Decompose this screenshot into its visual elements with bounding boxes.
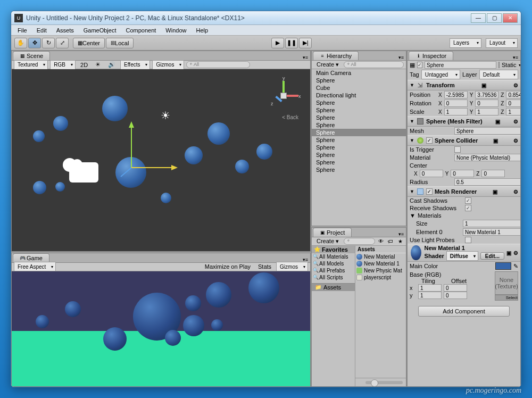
hand-tool[interactable]: ✋ — [14, 38, 27, 48]
hierarchy-list[interactable]: Main CameraSphereCubeDirectional lightSp… — [312, 69, 406, 226]
maximize-on-play-toggle[interactable]: Maximize on Play — [202, 263, 253, 270]
scene-sphere[interactable] — [185, 146, 203, 164]
hierarchy-item[interactable]: Cube — [312, 84, 406, 92]
hierarchy-tab[interactable]: ≡Hierarchy — [313, 51, 359, 60]
game-gizmos-dropdown[interactable]: Gizmos — [276, 262, 308, 271]
fold-icon[interactable]: ▼ — [410, 189, 414, 194]
scene-camera-icon[interactable] — [69, 162, 98, 183]
rot-z-input[interactable] — [506, 100, 520, 107]
project-search[interactable]: ᵠ — [344, 238, 375, 245]
hierarchy-item[interactable]: Sphere — [312, 144, 406, 151]
main-color-swatch[interactable] — [495, 262, 511, 270]
hierarchy-search[interactable]: ᵠ All — [344, 61, 404, 68]
hierarchy-item[interactable]: Sphere — [312, 121, 406, 129]
fold-icon[interactable]: ▼ — [410, 82, 414, 88]
favorite-item[interactable]: All Scripts — [312, 274, 355, 281]
is-trigger-checkbox[interactable] — [454, 146, 461, 153]
hierarchy-item[interactable]: Sphere — [312, 136, 406, 144]
asset-item[interactable]: New Material 1 — [355, 260, 406, 267]
fold-icon[interactable]: ▼ — [410, 138, 414, 143]
effects-dropdown[interactable]: Effects — [120, 60, 150, 70]
pivot-center-button[interactable]: ▦ Center — [73, 38, 105, 48]
pivot-local-button[interactable]: ⊞ Local — [106, 38, 134, 48]
layers-dropdown[interactable]: Layers — [450, 38, 481, 48]
rot-x-input[interactable] — [444, 100, 468, 107]
menu-file[interactable]: File — [13, 26, 31, 35]
pos-z-input[interactable] — [506, 91, 520, 98]
layer-dropdown[interactable]: Default — [479, 70, 518, 79]
component-gear-icon[interactable]: ⚙ — [513, 82, 518, 88]
shader-dropdown[interactable]: Diffuse — [446, 251, 478, 261]
hierarchy-item[interactable]: Sphere — [312, 151, 406, 159]
material-header[interactable]: New Material 1 Shader Diffuse Edit... ▣ … — [408, 244, 520, 262]
scale-z-input[interactable] — [506, 108, 520, 115]
scene-search[interactable]: ᵠ All — [186, 61, 250, 68]
asset-item[interactable]: New Physic Mat — [355, 267, 406, 274]
pause-button[interactable]: ❚❚ — [285, 38, 298, 48]
panel-menu-icon[interactable]: ▾≡ — [396, 231, 406, 237]
scene-view[interactable]: ☀ y x — [12, 69, 310, 251]
assets-folder[interactable]: 📁 Assets — [312, 283, 355, 291]
search-type-icon[interactable]: ★ — [396, 237, 404, 245]
tiling-x-input[interactable] — [418, 284, 442, 292]
favorite-item[interactable]: All Materials — [312, 253, 355, 260]
edit-shader-button[interactable]: Edit... — [480, 252, 504, 260]
search-label-icon[interactable]: 🏷 — [387, 237, 394, 245]
close-button[interactable]: ✕ — [503, 13, 518, 23]
pos-y-input[interactable] — [475, 91, 498, 98]
pos-x-input[interactable] — [444, 91, 468, 98]
panel-menu-icon[interactable]: ▾≡ — [511, 55, 520, 60]
component-help-icon[interactable]: ▣ — [493, 138, 498, 144]
minimize-button[interactable]: — — [471, 13, 486, 23]
inspector-tab[interactable]: ℹInspector — [409, 51, 453, 60]
axis-gizmo[interactable]: y x z — [268, 80, 300, 112]
asset-size-slider[interactable] — [365, 381, 403, 384]
aspect-dropdown[interactable]: Free Aspect — [14, 262, 56, 271]
materials-size-input[interactable] — [463, 220, 520, 227]
component-gear-icon[interactable]: ⚙ — [513, 119, 518, 125]
static-dropdown-icon[interactable]: ▾ — [519, 63, 520, 68]
scene-sphere[interactable] — [161, 193, 171, 203]
tag-dropdown[interactable]: Untagged — [421, 70, 460, 79]
component-help-icon[interactable]: ▣ — [495, 119, 500, 125]
center-y-input[interactable] — [451, 170, 474, 177]
scale-tool[interactable]: ⤢ — [56, 38, 69, 48]
light-probes-checkbox[interactable] — [465, 237, 471, 243]
maximize-button[interactable]: ▢ — [487, 13, 502, 23]
meshfilter-header[interactable]: ▼ Sphere (Mesh Filter) ▣ ⚙ — [408, 116, 520, 127]
move-gizmo[interactable] — [118, 117, 182, 181]
panel-menu-icon[interactable]: ▾≡ — [301, 257, 310, 262]
texture-select-button[interactable]: Select — [495, 295, 518, 301]
center-x-input[interactable] — [420, 170, 443, 177]
hierarchy-item[interactable]: Sphere — [312, 129, 406, 136]
layout-dropdown[interactable]: Layout — [486, 38, 518, 48]
transform-header[interactable]: ▼ ⇲ Transform ▣ ⚙ — [408, 80, 520, 90]
hierarchy-item[interactable]: Sphere — [312, 77, 406, 84]
hierarchy-item[interactable]: Sphere — [312, 114, 406, 121]
scene-lighting-icon[interactable]: ☀ — [93, 61, 103, 69]
menu-window[interactable]: Window — [161, 26, 190, 35]
scene-sphere[interactable] — [53, 116, 68, 131]
menu-help[interactable]: Help — [192, 26, 212, 35]
component-help-icon[interactable]: ▣ — [493, 189, 497, 195]
render-mode-dropdown[interactable]: RGB — [50, 60, 76, 70]
tiling-y-input[interactable] — [418, 292, 442, 299]
titlebar[interactable]: U Unity - Untitled - New Unity Project 2… — [11, 11, 521, 25]
scene-sphere[interactable] — [55, 182, 65, 192]
renderer-enabled-checkbox[interactable]: ✓ — [426, 188, 433, 195]
favorite-item[interactable]: All Models — [312, 260, 355, 267]
menu-assets[interactable]: Assets — [52, 26, 78, 35]
hierarchy-item[interactable]: Sphere — [312, 159, 406, 166]
collider-header[interactable]: ▼ ✓ Sphere Collider ▣ ⚙ — [408, 135, 520, 146]
scale-y-input[interactable] — [475, 108, 498, 115]
hierarchy-item[interactable]: Directional light — [312, 92, 406, 99]
cast-shadows-checkbox[interactable]: ✓ — [465, 197, 471, 204]
component-help-icon[interactable]: ▣ — [481, 82, 486, 88]
static-checkbox[interactable] — [498, 62, 500, 68]
hierarchy-create-dropdown[interactable]: Create ▾ — [314, 61, 342, 69]
favorite-item[interactable]: All Prefabs — [312, 267, 355, 274]
eyedropper-icon[interactable]: ✎ — [513, 263, 518, 270]
center-z-input[interactable] — [481, 170, 505, 177]
axis-cube[interactable] — [280, 93, 287, 99]
collider-enabled-checkbox[interactable]: ✓ — [426, 137, 433, 144]
